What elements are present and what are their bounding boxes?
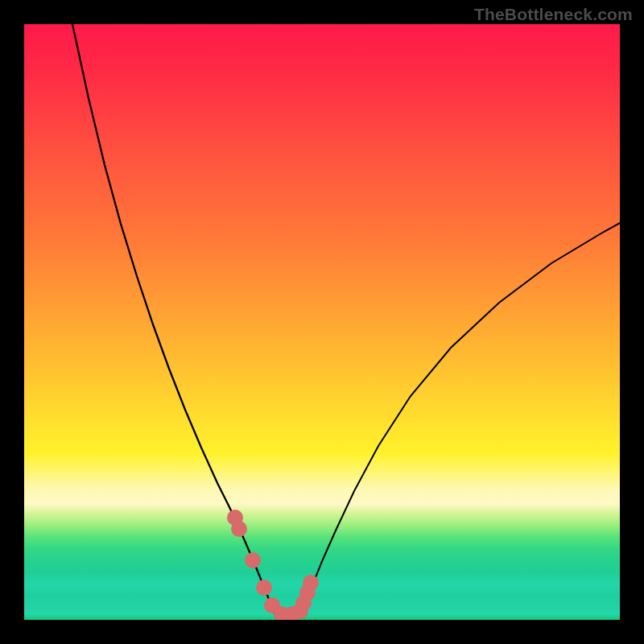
chart-frame <box>24 24 620 620</box>
bottleneck-marker <box>245 552 261 568</box>
bottleneck-markers <box>227 510 319 620</box>
bottleneck-marker <box>256 580 272 596</box>
watermark-text: TheBottleneck.com <box>474 5 633 24</box>
bottleneck-marker <box>303 575 319 591</box>
bottleneck-marker <box>231 521 247 537</box>
curve-layer <box>24 24 620 620</box>
bottleneck-curve-right <box>300 223 620 615</box>
